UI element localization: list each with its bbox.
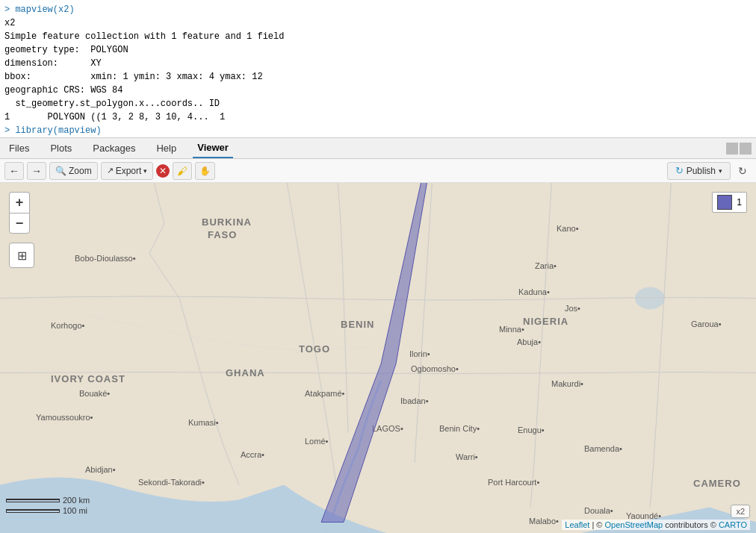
console-line-7: geographic CRS: WGS 84 [4, 84, 752, 97]
viewer-panel: Files Plots Packages Help Viewer ← → 🔍 Z… [0, 138, 756, 533]
layers-control[interactable]: ⊞ [9, 243, 34, 268]
tab-files[interactable]: Files [4, 138, 34, 158]
scale-label-mi: 100 mi [63, 506, 87, 515]
layers-button[interactable]: ⊞ [9, 243, 34, 268]
console-line-2: x2 [4, 16, 752, 30]
publish-icon: ↻ [675, 165, 684, 176]
tab-viewer[interactable]: Viewer [193, 138, 233, 158]
refresh-button[interactable]: ↻ [734, 162, 752, 180]
toolbar: ← → 🔍 Zoom ↗ Export ▾ ✕ 🖌 ✋ ↻ Publish [0, 159, 756, 183]
x2-badge: x2 [731, 505, 750, 518]
layers-icon: ⊞ [17, 249, 27, 263]
export-dropdown-icon: ▾ [143, 167, 147, 175]
console-line-5: dimension: XY [4, 57, 752, 70]
zoom-icon: 🔍 [55, 166, 66, 176]
tab-plots[interactable]: Plots [46, 138, 76, 158]
publish-dropdown-icon: ▾ [719, 167, 722, 175]
stop-button[interactable]: ✕ [156, 164, 170, 178]
leaflet-link[interactable]: Leaflet [565, 520, 589, 529]
legend-color-swatch [717, 195, 732, 210]
publish-button[interactable]: ↻ Publish ▾ [667, 162, 731, 180]
minimize-button[interactable] [726, 143, 738, 155]
maximize-button[interactable] [740, 143, 752, 155]
console-line-4: geometry type: POLYGON [4, 43, 752, 57]
console-line-1: > mapview(x2) [4, 3, 752, 16]
console-line-8: st_geometry.st_polygon.x...coords.. ID [4, 97, 752, 110]
map-background [0, 183, 756, 533]
attribution-separator: | © [592, 520, 604, 529]
zoom-in-button[interactable]: + [9, 192, 30, 213]
map-scale: 200 km 100 mi [6, 496, 90, 515]
zoom-button[interactable]: 🔍 Zoom [49, 162, 98, 180]
console-line-6: bbox: xmin: 1 ymin: 3 xmax: 4 ymax: 12 [4, 70, 752, 84]
openstreetmap-link[interactable]: OpenStreetMap [604, 520, 663, 529]
forward-button[interactable]: → [27, 162, 46, 180]
pan-button[interactable]: ✋ [195, 162, 215, 180]
scale-bar-mi [6, 509, 60, 513]
svg-point-1 [635, 287, 665, 310]
back-button[interactable]: ← [4, 162, 24, 180]
tab-help[interactable]: Help [152, 138, 181, 158]
scale-label-km: 200 km [63, 496, 90, 505]
export-button[interactable]: ↗ Export ▾ [101, 162, 154, 180]
tab-bar: Files Plots Packages Help Viewer [0, 138, 756, 159]
brush-button[interactable]: 🖌 [173, 162, 192, 180]
console-line-9: 1 POLYGON ((1 3, 2 8, 3 10, 4... 1 [4, 110, 752, 124]
attribution-contributors: contributors © [665, 520, 719, 529]
carto-link[interactable]: CARTO [719, 520, 747, 529]
publish-label: Publish [687, 166, 716, 176]
export-icon: ↗ [107, 166, 114, 175]
legend-number: 1 [737, 197, 742, 208]
zoom-out-button[interactable]: − [9, 213, 30, 234]
map-container[interactable]: + − ⊞ 1 BURKINA FASO Kano• Bobo-Dioulass… [0, 183, 756, 533]
console-line-10: > library(mapview) [4, 124, 752, 137]
zoom-controls: + − [9, 192, 30, 234]
export-label: Export [116, 166, 142, 176]
map-attribution: Leaflet | © OpenStreetMap contributors ©… [562, 520, 750, 530]
console-area: > mapview(x2) x2 Simple feature collecti… [0, 0, 756, 138]
tab-packages[interactable]: Packages [88, 138, 140, 158]
pan-icon: ✋ [199, 166, 211, 176]
zoom-label: Zoom [69, 166, 92, 176]
map-legend: 1 [712, 192, 747, 213]
scale-bar-km [6, 499, 60, 502]
console-line-3: Simple feature collection with 1 feature… [4, 30, 752, 43]
brush-icon: 🖌 [177, 165, 188, 177]
